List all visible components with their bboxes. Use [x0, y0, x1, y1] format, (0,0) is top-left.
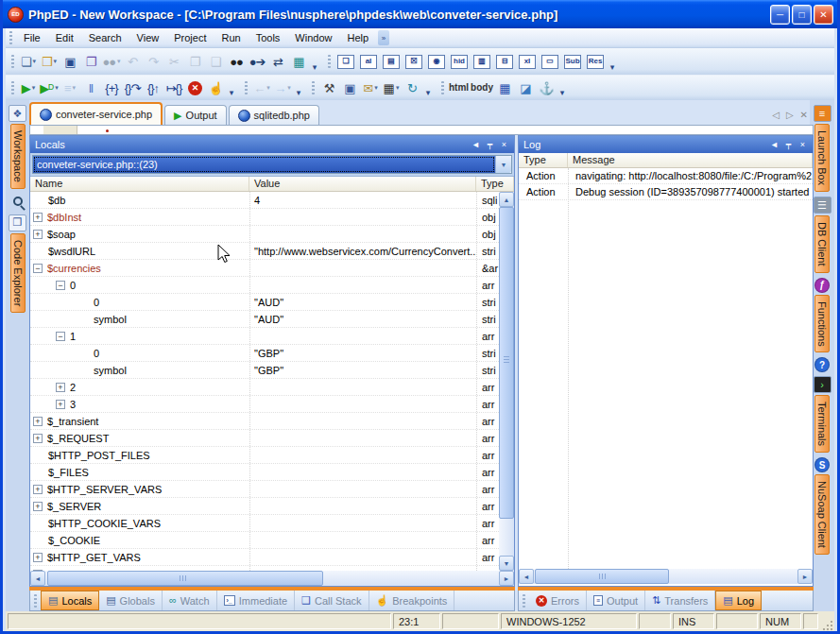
menu-item-project[interactable]: Project [166, 29, 214, 46]
menu-item-window[interactable]: Window [287, 29, 339, 46]
tab-scroll-left-button[interactable]: ◁ [772, 110, 780, 120]
log-row[interactable]: ActionDebug session (ID=3893570987774000… [519, 184, 813, 200]
bottom-tab-globals[interactable]: ▤Globals [99, 591, 163, 610]
insert-submit-button[interactable]: Sub [563, 51, 582, 72]
panel-collapse-button[interactable]: ◄ [471, 140, 481, 150]
insert-button-button[interactable]: ▭ [540, 51, 559, 72]
search-icon-tab[interactable] [13, 191, 23, 212]
log-panel-titlebar[interactable]: Log ◄┯× [519, 136, 813, 153]
locals-row[interactable]: $_COOKIEarr [30, 532, 514, 549]
menu-grip[interactable] [9, 31, 12, 44]
locals-row[interactable]: $wsdlURL"http://www.webservicex.com/Curr… [30, 243, 514, 260]
run-to-cursor-button[interactable]: ↦{} [164, 77, 183, 98]
editor-tab-output[interactable]: ▶Output [164, 105, 227, 125]
horizontal-scrollbar-thumb[interactable] [535, 569, 669, 584]
menu-item-search[interactable]: Search [81, 29, 129, 46]
tab-close-button[interactable]: ✕ [800, 110, 808, 120]
column-header-type[interactable]: Type [519, 153, 568, 167]
bottom-tab-breakpoints[interactable]: ☝Breakpoints [369, 591, 455, 610]
insert-combobox-button[interactable]: ⊟ [495, 51, 514, 72]
toolbar-overflow-chevron[interactable]: ▾ [607, 48, 618, 75]
horizontal-scrollbar-thumb[interactable] [47, 571, 323, 586]
sidebar-tab-launch-box[interactable]: ≡Launch Box [814, 102, 831, 194]
insert-reset-button[interactable]: Res [586, 51, 605, 72]
menu-overflow-chevron[interactable]: » [378, 30, 389, 45]
close-button[interactable]: ✕ [814, 5, 833, 25]
locals-panel-titlebar[interactable]: Locals ◄┯× [30, 136, 514, 153]
locals-row[interactable]: +$_transientarr [30, 413, 514, 430]
toolbar-grip[interactable] [11, 55, 14, 68]
panel-close-button[interactable]: × [499, 140, 509, 150]
toolbar-overflow-chevron[interactable]: ▾ [422, 76, 434, 100]
new-file-button[interactable]: ❏▾ [19, 51, 38, 72]
editor-tab-sqlitedb-php[interactable]: sqlitedb.php [229, 105, 319, 125]
save-button[interactable]: ▣ [60, 51, 79, 72]
tab-scroll-right-button[interactable]: ▷ [786, 110, 794, 120]
project-settings-button[interactable]: ▣ [340, 77, 359, 98]
locals-row[interactable]: −$currencies&ar [30, 260, 514, 277]
toolbar-overflow-chevron[interactable]: ▾ [557, 76, 568, 100]
scroll-up-icon[interactable]: ▲ [499, 192, 514, 207]
maximize-button[interactable]: □ [792, 5, 812, 25]
pause-button[interactable]: ‖ [81, 77, 100, 98]
find-next-button[interactable]: ●➔ [248, 51, 266, 72]
locals-row[interactable]: 0"AUD"stri [30, 294, 514, 311]
tab-strip-grip[interactable] [523, 594, 525, 608]
expand-icon[interactable]: + [33, 485, 43, 494]
menu-item-edit[interactable]: Edit [48, 29, 81, 46]
toolbar-grip[interactable] [245, 81, 248, 94]
insert-anchor-button[interactable]: ⚓ [537, 77, 556, 98]
bottom-tab-log[interactable]: ▤Log [715, 591, 762, 610]
locals-row[interactable]: +$soapobj [30, 226, 514, 243]
break-button[interactable]: ☝ [206, 77, 225, 98]
deploy-button[interactable]: ✉▾ [361, 77, 380, 98]
run-button[interactable]: ▶▾ [19, 77, 38, 98]
sidebar-tab-code-explorer[interactable]: ❒Code Explorer [9, 212, 26, 315]
insert-hidden-field-button[interactable]: hid [450, 51, 469, 72]
sidebar-tab-db-client[interactable]: ☰DB Client [814, 194, 831, 274]
insert-image-button[interactable]: ◪ [516, 77, 535, 98]
sidebar-tab-terminals[interactable]: ›Terminals [814, 373, 831, 454]
locals-row[interactable]: $_FILESarr [30, 464, 514, 481]
undo-button[interactable]: ↶ [123, 51, 142, 72]
editor-tab-conveter-service-php[interactable]: conveter-service.php [29, 102, 163, 125]
log-horizontal-scrollbar[interactable]: ◄ ► [519, 569, 813, 584]
scroll-right-icon[interactable]: ► [499, 571, 514, 586]
html-tag-button[interactable]: html [449, 77, 469, 98]
collapse-icon[interactable]: − [56, 332, 65, 341]
locals-row[interactable]: $HTTP_POST_FILESarr [30, 447, 514, 464]
locals-row[interactable]: +$dbInstobj [30, 209, 514, 226]
expand-icon[interactable]: + [33, 434, 43, 443]
sidebar-tab-nusoap-client[interactable]: SNuSoap Client [814, 454, 830, 557]
locals-horizontal-scrollbar[interactable]: ◄ ► [30, 571, 514, 586]
insert-radio-button[interactable]: ◉ [427, 51, 446, 72]
log-row[interactable]: Actionnavigating: http://localhost:8080/… [519, 168, 813, 184]
insert-fieldset-button[interactable]: ▤ [382, 51, 401, 72]
toolbar-overflow-chevron[interactable]: ▾ [293, 76, 304, 100]
locals-row[interactable]: $db4sqli [30, 192, 514, 209]
minimize-button[interactable]: ─ [770, 5, 790, 25]
locals-row[interactable]: −1arr [30, 328, 514, 345]
toolbar-grip[interactable] [11, 81, 14, 94]
cut-button[interactable]: ✂ [164, 51, 183, 72]
column-header-name[interactable]: Name [30, 177, 249, 191]
scroll-left-icon[interactable]: ◄ [519, 569, 534, 584]
expand-icon[interactable]: + [56, 383, 65, 392]
panel-pin-button[interactable]: ┯ [485, 140, 495, 150]
menu-item-tools[interactable]: Tools [249, 29, 288, 46]
bottom-tab-errors[interactable]: ✕Errors [529, 591, 587, 610]
highlight-mode-button[interactable]: ▦ [289, 51, 308, 72]
bottom-tab-transfers[interactable]: ⇅Transfers [645, 591, 715, 610]
locals-row[interactable]: −0arr [30, 277, 514, 294]
insert-form-button[interactable]: ❏ [336, 51, 355, 72]
menu-item-help[interactable]: Help [339, 29, 376, 46]
locals-row[interactable]: 0"GBP"stri [30, 345, 514, 362]
sidebar-tab-functions[interactable]: ƒFunctions [814, 275, 830, 355]
column-header-message[interactable]: Message [568, 153, 813, 167]
locals-row[interactable]: symbol"AUD"stri [30, 311, 514, 328]
profiler-button[interactable]: ≡▾ [60, 77, 79, 98]
body-tag-button[interactable]: body [471, 77, 493, 98]
insert-label-button[interactable]: aI [359, 51, 378, 72]
replace-button[interactable]: ⇄ [268, 51, 287, 72]
locals-row[interactable]: +$HTTP_SERVER_VARSarr [30, 481, 514, 498]
